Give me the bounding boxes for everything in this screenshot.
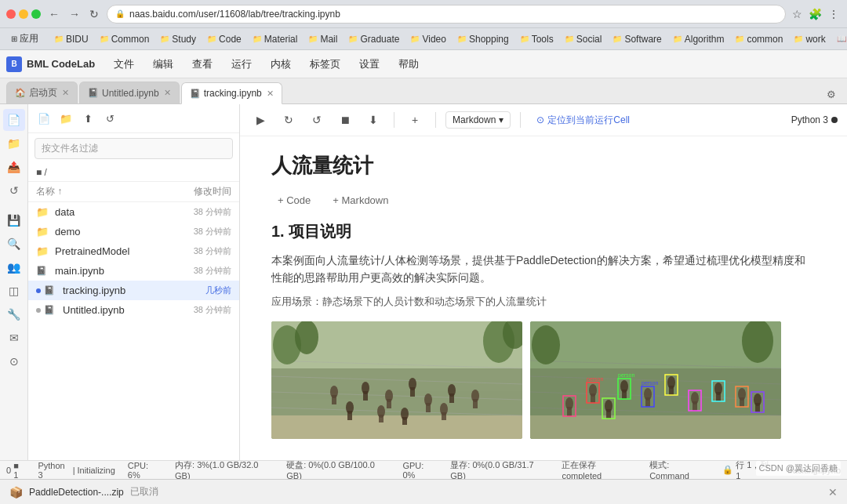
browser-nav: ← → ↻ bbox=[45, 6, 102, 22]
menu-file[interactable]: 文件 bbox=[104, 53, 144, 76]
crowd-image-detected: person person person bbox=[530, 321, 781, 439]
sidebar-icon-new[interactable]: 📁 bbox=[3, 132, 25, 154]
file-item-tracking[interactable]: 📓 tracking.ipynb 几秒前 bbox=[28, 281, 239, 300]
stop-button[interactable]: ⏹ bbox=[334, 109, 356, 131]
new-file-btn[interactable]: 📄 bbox=[35, 109, 53, 128]
nb-untitled-icon: 📓 bbox=[44, 305, 58, 316]
add-markdown-button[interactable]: + Markdown bbox=[326, 192, 394, 208]
svg-rect-72 bbox=[567, 407, 572, 416]
file-item-untitled[interactable]: 📓 Untitled.ipynb 38 分钟前 bbox=[28, 300, 239, 320]
bookmark-material[interactable]: 📁 Material bbox=[248, 32, 303, 46]
tab-untitled[interactable]: 📓 Untitled.ipynb ✕ bbox=[79, 82, 180, 103]
menu-view[interactable]: 查看 bbox=[183, 53, 222, 76]
add-cell-button[interactable]: + bbox=[404, 109, 426, 131]
svg-rect-23 bbox=[449, 393, 454, 403]
bookmark-mail[interactable]: 📁 Mail bbox=[304, 32, 342, 46]
refresh-files-btn[interactable]: ↺ bbox=[100, 109, 119, 128]
file-item-demo[interactable]: 📁 demo 38 分钟前 bbox=[28, 222, 239, 241]
file-search-input[interactable]: 按文件名过滤 bbox=[35, 138, 233, 159]
notebook-content: 人流量统计 + Code + Markdown 1. 项目说明 本案例面向人流量… bbox=[240, 136, 847, 460]
star-button[interactable]: ☆ bbox=[791, 6, 804, 22]
bookmark-work[interactable]: 📁 work bbox=[789, 32, 830, 46]
gpu-label: GPU: 0% bbox=[402, 461, 438, 480]
menu-settings[interactable]: 设置 bbox=[350, 53, 389, 76]
minimize-button[interactable] bbox=[19, 9, 28, 19]
bookmark-study-label: Study bbox=[172, 34, 196, 45]
cell-type-dropdown[interactable]: Markdown ▾ bbox=[445, 111, 511, 129]
sidebar-icon-refresh[interactable]: ↺ bbox=[3, 179, 25, 201]
bidu-icon: 📁 bbox=[54, 34, 64, 43]
sidebar-icon-messages[interactable]: ✉ bbox=[3, 327, 25, 349]
bookmark-shopping[interactable]: 📁 Shopping bbox=[453, 32, 514, 46]
kernel-label: Python 3 bbox=[791, 114, 828, 125]
run-cell-button[interactable]: ▶ bbox=[249, 109, 271, 131]
restart-kernel-button[interactable]: ↻ bbox=[278, 109, 300, 131]
bookmark-code[interactable]: 📁 Code bbox=[202, 32, 246, 46]
software-icon: 📁 bbox=[613, 34, 622, 43]
tracking-tab-close[interactable]: ✕ bbox=[267, 89, 274, 99]
address-bar[interactable]: 🔒 naas.baidu.com/user/11608/lab/tree/tra… bbox=[107, 5, 786, 24]
bookmark-video[interactable]: 📁 Video bbox=[405, 32, 450, 46]
sidebar-icon-upload[interactable]: 📤 bbox=[3, 156, 25, 178]
bookmark-common[interactable]: 📁 Common bbox=[95, 32, 154, 46]
bookmark-apps[interactable]: ⊞ 应用 bbox=[6, 31, 43, 47]
menu-edit[interactable]: 编辑 bbox=[144, 53, 183, 76]
maximize-button[interactable] bbox=[31, 9, 41, 19]
sidebar-icon-users[interactable]: 👥 bbox=[3, 256, 25, 278]
status-kernel[interactable]: Python 3 | Initializing bbox=[38, 461, 115, 480]
start-tab-close[interactable]: ✕ bbox=[62, 88, 69, 98]
bookmark-graduate[interactable]: 📁 Graduate bbox=[344, 32, 404, 46]
extension-button[interactable]: 🧩 bbox=[807, 6, 823, 22]
crowd-image-original bbox=[271, 321, 522, 439]
upload-btn[interactable]: ⬆ bbox=[78, 109, 97, 128]
bookmark-common2[interactable]: 📁 common bbox=[730, 32, 787, 46]
graduate-icon: 📁 bbox=[348, 34, 358, 43]
back-button[interactable]: ← bbox=[45, 6, 63, 22]
forward-button[interactable]: → bbox=[66, 6, 83, 22]
sidebar-icon-save[interactable]: 💾 bbox=[3, 209, 25, 231]
browser-chrome: ← → ↻ 🔒 naas.baidu.com/user/11608/lab/tr… bbox=[0, 0, 847, 28]
disk-label: 硬盘: 0%(0.0 GB/100.0 GB) bbox=[286, 459, 390, 480]
bookmark-readinglist[interactable]: 📖 阅读清单 bbox=[832, 31, 847, 47]
tab-start[interactable]: 🏠 启动页 ✕ bbox=[6, 82, 78, 103]
bookmark-algorithm[interactable]: 📁 Algorithm bbox=[668, 32, 729, 46]
untitled-tab-label: Untitled.ipynb bbox=[102, 88, 159, 99]
sidebar-icon-files[interactable]: 📄 bbox=[3, 109, 25, 131]
bookmark-tools[interactable]: 📁 Tools bbox=[515, 32, 558, 46]
sidebar-icon-search[interactable]: 🔍 bbox=[3, 233, 25, 255]
tab-tracking[interactable]: 📓 tracking.ipynb ✕ bbox=[181, 82, 282, 104]
sidebar-icon-tools[interactable]: 🔧 bbox=[3, 303, 25, 325]
toolbar-separator bbox=[394, 112, 394, 128]
download-bar: 📦 PaddleDetection-....zip 已取消 ✕ bbox=[0, 479, 847, 504]
bookmark-software[interactable]: 📁 Software bbox=[608, 32, 666, 46]
refresh-button[interactable]: ↺ bbox=[306, 109, 328, 131]
bookmark-social[interactable]: 📁 Social bbox=[560, 32, 607, 46]
new-folder-btn[interactable]: 📁 bbox=[56, 109, 75, 128]
bookmark-study[interactable]: 📁 Study bbox=[155, 32, 201, 46]
file-item-pretrained[interactable]: 📁 PretrainedModel 38 分钟前 bbox=[28, 241, 239, 261]
download-button[interactable]: ⬇ bbox=[362, 109, 384, 131]
display-label: 显存: 0%(0.0 GB/31.7 GB) bbox=[450, 459, 549, 480]
download-close-button[interactable]: ✕ bbox=[828, 486, 838, 499]
memory-label: 内存: 3%(1.0 GB/32.0 GB) bbox=[175, 459, 274, 480]
refresh-button[interactable]: ↻ bbox=[86, 6, 102, 22]
file-item-data[interactable]: 📁 data 38 分钟前 bbox=[28, 202, 239, 222]
settings-tab-icon[interactable]: ⚙ bbox=[822, 85, 841, 103]
untitled-tab-close[interactable]: ✕ bbox=[164, 88, 171, 98]
close-button[interactable] bbox=[6, 9, 16, 19]
sidebar-icon-layers[interactable]: ◫ bbox=[3, 280, 25, 302]
menu-help[interactable]: 帮助 bbox=[389, 53, 428, 76]
file-item-main[interactable]: 📓 main.ipynb 38 分钟前 bbox=[28, 261, 239, 281]
svg-rect-33 bbox=[442, 412, 446, 420]
add-code-button[interactable]: + Code bbox=[271, 192, 317, 208]
sidebar-icon-target[interactable]: ⊙ bbox=[3, 350, 25, 372]
svg-text:person: person bbox=[642, 380, 659, 386]
menu-run[interactable]: 运行 bbox=[222, 53, 261, 76]
bookmark-bidu[interactable]: 📁 BIDU bbox=[49, 32, 93, 46]
notebook-area: ▶ ↻ ↺ ⏹ ⬇ + Markdown ▾ ⊙ 定位到当前运行Cell P bbox=[240, 104, 847, 460]
svg-rect-53 bbox=[645, 397, 650, 407]
locate-button[interactable]: ⊙ 定位到当前运行Cell bbox=[530, 111, 636, 129]
menu-kernel[interactable]: 内核 bbox=[261, 53, 300, 76]
menu-tabs[interactable]: 标签页 bbox=[300, 53, 350, 76]
menu-button[interactable]: ⋮ bbox=[827, 6, 841, 22]
